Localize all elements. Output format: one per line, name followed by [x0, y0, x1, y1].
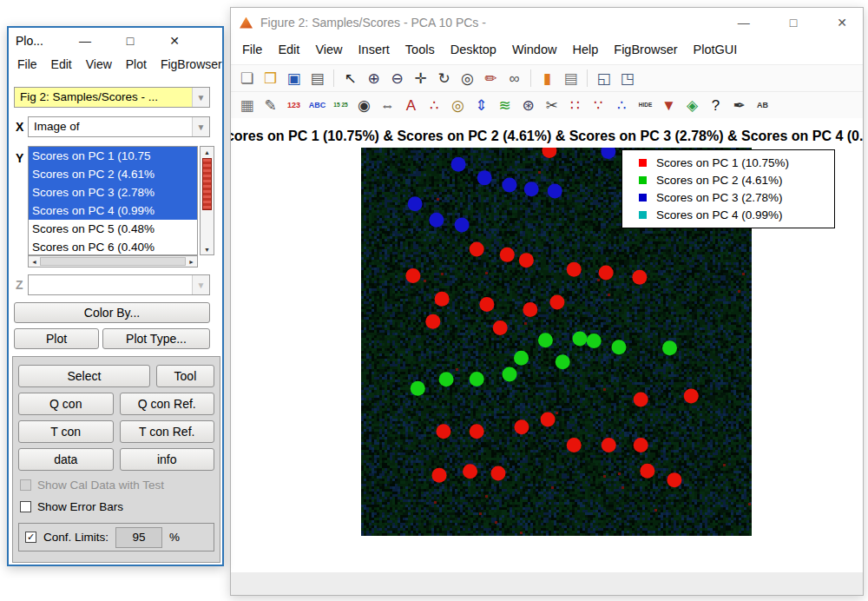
y-listbox-vertical-scrollbar[interactable]: ▲ ▼	[200, 146, 214, 255]
scroll-down-icon[interactable]: ▼	[201, 244, 214, 254]
menu-insert[interactable]: Insert	[351, 39, 398, 60]
drop-marker-icon[interactable]: ▼	[658, 95, 680, 116]
conf-limits-value-field[interactable]: 95	[115, 527, 162, 548]
maximize-button[interactable]: □	[790, 17, 797, 29]
z-axis-dropdown[interactable]: ▼	[28, 274, 210, 295]
scroll-up-icon[interactable]: ▲	[201, 147, 214, 157]
zoom-in-icon[interactable]: ⊕	[363, 68, 385, 89]
new-figure-icon[interactable]: ❏	[236, 68, 258, 89]
scatter-select-icon[interactable]: ∵	[588, 95, 609, 116]
close-button[interactable]: ✕	[169, 35, 180, 47]
figure-titlebar[interactable]: Figure 2: Samples/Scores - PCA 10 PCs - …	[231, 8, 863, 37]
q-con-button[interactable]: Q con	[18, 393, 114, 415]
help-icon[interactable]: ?	[705, 95, 727, 116]
t-con-button[interactable]: T con	[18, 420, 114, 443]
pen-icon[interactable]: ✒	[728, 95, 750, 116]
class-markers-icon[interactable]: ∴	[424, 95, 445, 116]
tool-button[interactable]: Tool	[156, 365, 214, 387]
minimize-button[interactable]: —	[79, 35, 91, 47]
menu-edit[interactable]: Edit	[44, 54, 79, 78]
chevron-down-icon[interactable]: ▼	[192, 117, 209, 136]
hide-plot-tools-icon[interactable]: ◱	[593, 68, 615, 89]
y-list-item-1[interactable]: Scores on PC 1 (10.75	[29, 147, 197, 165]
insert-colorbar-icon[interactable]: ▮	[536, 68, 558, 89]
menu-plot[interactable]: Plot	[119, 54, 154, 78]
pan-icon[interactable]: ✛	[410, 68, 431, 89]
menu-file[interactable]: File	[234, 39, 270, 60]
zoom-out-icon[interactable]: ⊖	[386, 68, 408, 89]
checkbox-checked-icon[interactable]: ✓	[25, 532, 36, 543]
edit-plot-icon[interactable]: ✎	[260, 95, 281, 116]
y-list-item-5[interactable]: Scores on PC 5 (0.48%	[29, 220, 197, 238]
y-list-item-3[interactable]: Scores on PC 3 (2.78%	[29, 183, 197, 201]
exclude-points-icon[interactable]: ∷	[564, 95, 586, 116]
row-labels-icon[interactable]: ABC	[306, 95, 328, 116]
menu-view[interactable]: View	[79, 54, 119, 78]
select-points-icon[interactable]: ◉	[353, 95, 375, 116]
smooth-data-icon[interactable]: ≋	[494, 95, 516, 116]
menu-edit[interactable]: Edit	[270, 39, 307, 60]
scatter-classes-icon[interactable]: ∴	[611, 95, 633, 116]
checkbox-icon[interactable]	[20, 479, 31, 491]
link-plot-icon[interactable]: ∞	[503, 68, 525, 89]
close-button[interactable]: ✕	[837, 17, 847, 29]
data-button[interactable]: data	[18, 448, 114, 471]
scrollbar-thumb[interactable]	[202, 158, 212, 210]
annotate-icon[interactable]: A	[400, 95, 422, 116]
insert-legend-icon[interactable]: ▤	[560, 68, 582, 89]
q-con-ref-button[interactable]: Q con Ref.	[120, 393, 215, 415]
menu-desktop[interactable]: Desktop	[443, 39, 504, 60]
y-list-item-6[interactable]: Scores on PC 6 (0.40%	[29, 238, 197, 255]
menu-plotgui[interactable]: PlotGUI	[686, 39, 746, 60]
controls-titlebar[interactable]: Plo... — □ ✕	[9, 28, 222, 54]
menu-window[interactable]: Window	[504, 39, 565, 60]
save-figure-icon[interactable]: ▣	[283, 68, 305, 89]
menu-tools[interactable]: Tools	[398, 39, 443, 60]
axis-limits-icon[interactable]: ⇔	[377, 95, 398, 116]
menu-file[interactable]: File	[10, 54, 44, 78]
pointer-icon[interactable]: ↖	[339, 68, 361, 89]
spreadsheet-icon[interactable]: ▦	[236, 95, 258, 116]
map-colors-icon[interactable]: ◈	[681, 95, 703, 116]
zoom-settings-icon[interactable]: ⊛	[517, 95, 539, 116]
legend-entry: Scores on PC 4 (0.99%)	[626, 207, 831, 223]
info-button[interactable]: info	[120, 448, 215, 471]
figure-selector-dropdown[interactable]: Fig 2: Samples/Scores - ... ▼	[14, 87, 210, 108]
target-icon[interactable]: ◎	[447, 95, 469, 116]
print-figure-icon[interactable]: ▤	[306, 68, 328, 89]
data-cursor-icon[interactable]: ◎	[457, 68, 478, 89]
y-list-item-2[interactable]: Scores on PC 2 (4.61%	[29, 165, 197, 183]
rotate-3d-icon[interactable]: ↻	[433, 68, 455, 89]
chevron-down-icon[interactable]: ▼	[192, 275, 209, 294]
y-listbox-horizontal-scrollbar[interactable]: ◄ ►	[28, 255, 198, 267]
tools-icon[interactable]: ✂	[541, 95, 562, 116]
select-button[interactable]: Select	[18, 365, 150, 387]
chevron-down-icon[interactable]: ▼	[192, 88, 209, 107]
controls-window-title: Plo...	[16, 34, 43, 48]
scroll-left-icon[interactable]: ◄	[31, 259, 37, 265]
resize-axis-icon[interactable]: ⇕	[470, 95, 492, 116]
y-list-item-4[interactable]: Scores on PC 4 (0.99%	[29, 201, 197, 220]
maximize-button[interactable]: □	[127, 35, 134, 47]
menu-figbrowser[interactable]: FigBrowser	[606, 39, 685, 60]
plot-button[interactable]: Plot	[14, 328, 99, 349]
axis-values-icon[interactable]: 15 25	[330, 95, 352, 116]
show-error-bars-checkbox-row: Show Error Bars	[20, 498, 213, 515]
plot-type-button[interactable]: Plot Type...	[102, 328, 210, 349]
ab-compare-icon[interactable]: AB	[752, 95, 773, 116]
menu-help[interactable]: Help	[564, 39, 606, 60]
color-by-button[interactable]: Color By...	[14, 302, 210, 323]
x-axis-dropdown[interactable]: Image of ▼	[28, 116, 210, 137]
scrollbar-thumb[interactable]	[40, 257, 186, 266]
menu-figbrowser[interactable]: FigBrowser	[154, 54, 229, 78]
checkbox-icon[interactable]	[20, 501, 31, 512]
scroll-right-icon[interactable]: ►	[188, 259, 194, 265]
show-plot-tools-icon[interactable]: ◳	[616, 68, 638, 89]
menu-view[interactable]: View	[307, 39, 350, 60]
open-file-icon[interactable]: ❒	[260, 68, 281, 89]
hide-excluded-icon[interactable]: HIDE	[635, 95, 656, 116]
brush-icon[interactable]: ✏	[480, 68, 502, 89]
row-numbers-icon[interactable]: 123	[283, 95, 305, 116]
minimize-button[interactable]: —	[738, 17, 750, 29]
t-con-ref-button[interactable]: T con Ref.	[120, 420, 215, 443]
